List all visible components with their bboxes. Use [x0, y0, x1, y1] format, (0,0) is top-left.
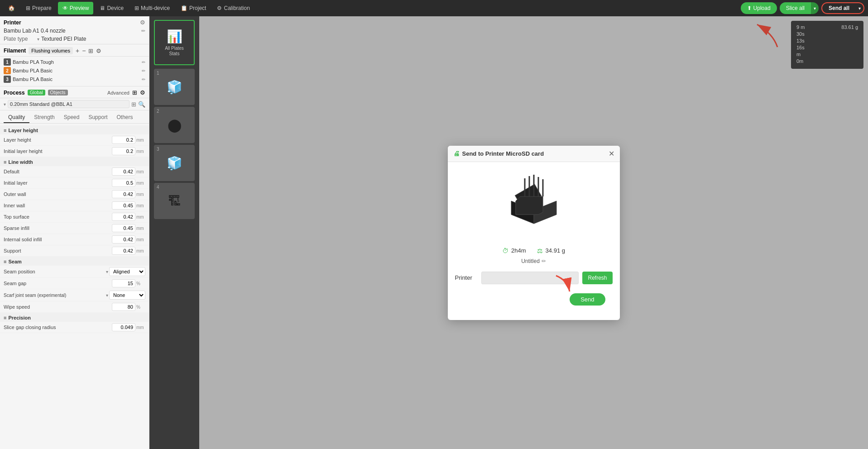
filament-remove-icon[interactable]: −: [82, 47, 86, 54]
process-header: Process Global Objects Advanced ⊞ ⚙: [0, 86, 149, 98]
slice-gap-input[interactable]: [112, 323, 135, 331]
thumbnail-1[interactable]: 1 🧊: [154, 69, 195, 105]
lw-support-input[interactable]: [112, 247, 135, 255]
group-line-width: ≡ Line width: [0, 157, 149, 166]
dialog-header: 🖨 Send to Printer MicroSD card ✕: [448, 146, 620, 162]
slice-all-button[interactable]: Slice all: [780, 2, 811, 14]
nav-device[interactable]: 🖥 Device: [95, 2, 128, 14]
flushing-volumes-button[interactable]: Flushing volumes: [29, 47, 73, 54]
setting-lw-top: Top surface mm: [0, 211, 149, 223]
thumbnail-3[interactable]: 3 🧊: [154, 145, 195, 181]
nav-home[interactable]: 🏠: [4, 2, 19, 14]
send-button[interactable]: Send: [570, 293, 605, 306]
process-settings-icon[interactable]: ⚙: [140, 89, 145, 96]
group-precision-icon: ≡: [4, 315, 6, 320]
lw-internal-input[interactable]: [112, 235, 135, 244]
nav-multi-device-label: Multi-device: [141, 5, 170, 11]
lw-inner-input[interactable]: [112, 201, 135, 210]
printer-name-row: Bambu Lab A1 0.4 nozzle ✏: [4, 28, 145, 34]
thumbnail-4[interactable]: 4 🏗: [154, 183, 195, 219]
filename-edit-icon[interactable]: ✏: [542, 258, 546, 264]
group-line-width-icon: ≡: [4, 159, 6, 165]
lw-default-input[interactable]: [112, 167, 135, 176]
time-icon: ⏱: [502, 247, 508, 254]
slice-all-label: Slice all: [786, 5, 805, 11]
thumbnail-2[interactable]: 2 ⬤: [154, 107, 195, 143]
nav-project[interactable]: 📋 Project: [176, 2, 211, 14]
lw-top-input[interactable]: [112, 213, 135, 221]
badge-objects[interactable]: Objects: [48, 90, 68, 96]
filament-edit-1[interactable]: ✏: [142, 60, 145, 65]
nav-preview[interactable]: 👁 Preview: [58, 2, 94, 14]
dialog-printer-input[interactable]: [481, 272, 579, 284]
dialog-close-button[interactable]: ✕: [609, 149, 614, 158]
profile-value[interactable]: 0.20mm Standard @BBL A1: [8, 100, 129, 108]
setting-lw-initial-label: Initial layer: [4, 180, 112, 186]
nav-calibration[interactable]: ⚙ Calibration: [212, 2, 254, 14]
setting-lw-top-label: Top surface: [4, 214, 112, 220]
printer-settings-icon[interactable]: ⚙: [140, 19, 145, 26]
nav-prepare[interactable]: ⊞ Prepare: [21, 2, 56, 14]
seam-pos-dropdown-icon: ▾: [106, 269, 108, 274]
lw-initial-input[interactable]: [112, 179, 135, 187]
profile-copy-icon[interactable]: ⊞: [131, 101, 136, 108]
wipe-speed-input[interactable]: [112, 303, 135, 311]
scarf-seam-select[interactable]: None: [109, 291, 145, 300]
printer-edit-icon[interactable]: ✏: [141, 28, 145, 34]
layer-height-unit: mm: [136, 138, 145, 143]
thumb-model-1: 🧊: [167, 80, 182, 95]
tab-others[interactable]: Others: [112, 112, 137, 123]
topnav-right: ⬆ Upload Slice all ▾ Send all ▾: [741, 2, 864, 14]
seam-position-select[interactable]: Aligned: [109, 267, 145, 276]
group-seam: ≡ Seam: [0, 257, 149, 266]
filament-edit-3[interactable]: ✏: [142, 77, 145, 82]
process-grid-icon[interactable]: ⊞: [132, 89, 137, 96]
initial-layer-height-unit: mm: [136, 149, 145, 154]
tab-quality[interactable]: Quality: [4, 112, 29, 123]
setting-seam-pos-label: Seam position: [4, 269, 106, 274]
group-layer-height-label: Layer height: [8, 128, 38, 133]
quality-tabs: Quality Strength Speed Support Others: [0, 110, 149, 124]
seam-gap-input[interactable]: [112, 279, 135, 287]
weight-icon: ⚖: [537, 247, 543, 254]
tab-quality-label: Quality: [8, 114, 25, 120]
setting-slice-gap: Slice gap closing radius mm: [0, 322, 149, 333]
upload-button[interactable]: ⬆ Upload: [741, 2, 777, 14]
setting-initial-layer-height: Initial layer height mm: [0, 146, 149, 157]
lw-outer-input[interactable]: [112, 190, 135, 198]
refresh-button[interactable]: Refresh: [582, 272, 612, 284]
printer-name: Bambu Lab A1 0.4 nozzle: [4, 28, 66, 34]
filament-name-1: Bambu PLA Tough: [13, 59, 140, 65]
setting-lw-inner-label: Inner wall: [4, 203, 112, 208]
badge-global[interactable]: Global: [28, 90, 45, 96]
plate-type-label: Plate type: [4, 36, 35, 42]
setting-layer-height-value: mm: [112, 136, 145, 144]
filament-add-icon[interactable]: +: [76, 47, 79, 54]
nav-multi-device[interactable]: ⊞ Multi-device: [130, 2, 174, 14]
filament-num-2: 2: [4, 67, 11, 74]
initial-layer-height-input[interactable]: [112, 147, 135, 155]
setting-lw-support-label: Support: [4, 248, 112, 253]
filament-header: Filament Flushing volumes + − ⊞ ⚙: [0, 44, 149, 57]
setting-seam-gap-label: Seam gap: [4, 281, 112, 286]
lw-sparse-input[interactable]: [112, 224, 135, 232]
send-all-button[interactable]: Send all: [821, 2, 856, 14]
process-advanced[interactable]: Advanced: [107, 90, 129, 96]
layer-height-input[interactable]: [112, 136, 135, 144]
all-plates-stats[interactable]: 📊 All PlatesStats: [154, 20, 195, 65]
send-all-dropdown[interactable]: ▾: [856, 2, 864, 14]
filament-name-3: Bambu PLA Basic: [13, 76, 140, 82]
setting-initial-layer-height-value: mm: [112, 147, 145, 155]
tab-speed[interactable]: Speed: [59, 112, 84, 123]
printer-section: Printer ⚙ Bambu Lab A1 0.4 nozzle ✏ Plat…: [0, 16, 149, 44]
dialog-preview: [455, 169, 613, 242]
tab-support[interactable]: Support: [84, 112, 112, 123]
filament-item-3: 3 Bambu PLA Basic ✏: [4, 76, 145, 83]
slice-all-dropdown[interactable]: ▾: [811, 2, 819, 14]
group-line-width-label: Line width: [8, 159, 33, 165]
filament-edit-2[interactable]: ✏: [142, 68, 145, 73]
filament-copy-icon[interactable]: ⊞: [88, 48, 93, 54]
filament-settings-icon[interactable]: ⚙: [96, 48, 101, 54]
tab-strength[interactable]: Strength: [29, 112, 59, 123]
profile-search-icon[interactable]: 🔍: [138, 101, 145, 108]
